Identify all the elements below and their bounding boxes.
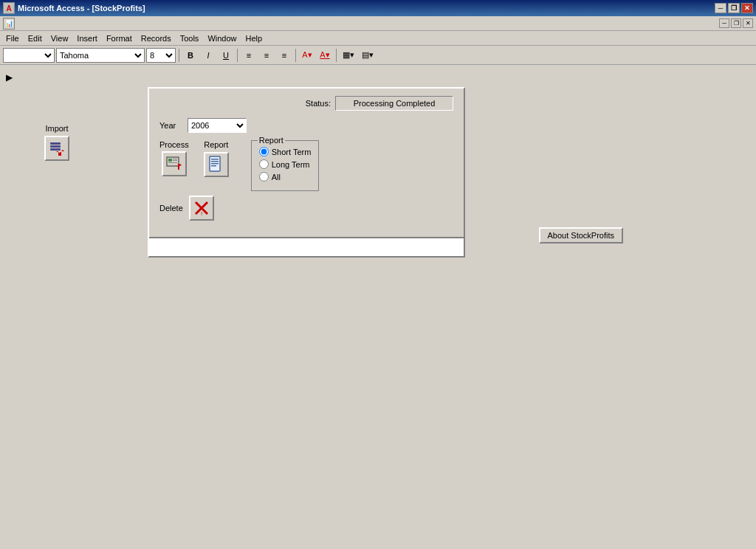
about-button[interactable]: About StockProfits <box>539 227 624 244</box>
menu-file[interactable]: File <box>1 32 24 44</box>
report-icon <box>207 156 225 173</box>
outer-minimize-button[interactable]: ─ <box>715 3 726 13</box>
report-btn-label: Report <box>204 140 228 149</box>
font-color-button[interactable]: A▾ <box>317 48 333 63</box>
inner-minimize-button[interactable]: ─ <box>719 18 729 28</box>
menu-tools[interactable]: Tools <box>176 32 204 44</box>
toolbar-sep-2 <box>237 49 238 62</box>
outer-close-button[interactable]: ✕ <box>741 3 753 13</box>
report-group-container: Report <box>204 140 229 177</box>
menu-format[interactable]: Format <box>102 32 137 44</box>
report-options-group: Report Short Term Long Term All <box>251 140 320 191</box>
app-icon: A <box>3 2 15 14</box>
action-buttons-row: Process R <box>159 140 453 191</box>
svg-rect-2 <box>50 148 61 151</box>
process-group: Process <box>159 140 189 176</box>
all-option: All <box>259 172 312 182</box>
delete-label: Delete <box>159 204 183 213</box>
special-button[interactable]: ▤▾ <box>359 48 377 63</box>
report-button[interactable] <box>204 152 229 177</box>
all-radio[interactable] <box>259 172 269 182</box>
svg-rect-0 <box>50 142 61 145</box>
short-term-option: Short Term <box>259 147 312 156</box>
inner-close-button[interactable]: ✕ <box>743 18 753 28</box>
toolbar: Tahoma 8 B I U ≡ ≡ ≡ A▾ A▾ ▦▾ ▤▾ <box>0 46 756 65</box>
year-row: Year 2006 2003 2004 2005 2007 <box>159 118 453 133</box>
toolbar-sep-1 <box>179 49 179 62</box>
font-name-select[interactable]: Tahoma <box>56 48 145 63</box>
import-section: Import <box>44 124 69 161</box>
status-row: Status: <box>159 96 453 111</box>
svg-rect-13 <box>211 161 219 162</box>
delete-icon: ! <box>193 199 210 217</box>
svg-rect-6 <box>173 159 177 159</box>
underline-button[interactable]: U <box>218 48 234 63</box>
menu-window[interactable]: Window <box>203 32 241 44</box>
menu-bar: File Edit View Insert Format Records Too… <box>0 31 756 46</box>
import-icon <box>48 139 66 157</box>
style-select[interactable] <box>3 48 55 63</box>
import-label: Import <box>45 124 68 133</box>
year-label: Year <box>159 121 182 130</box>
svg-marker-3 <box>55 150 64 156</box>
inner-restore-button[interactable]: ❐ <box>731 18 741 28</box>
toolbar-sep-3 <box>295 49 296 62</box>
highlight-button[interactable]: A▾ <box>299 48 315 63</box>
delete-button[interactable]: ! <box>189 196 214 221</box>
long-term-label: Long Term <box>272 160 310 169</box>
form-bottom-bar <box>149 237 464 256</box>
svg-rect-12 <box>211 159 219 160</box>
process-button[interactable] <box>162 151 187 176</box>
inner-app-icon: 📊 <box>3 18 15 30</box>
menu-insert[interactable]: Insert <box>72 32 102 44</box>
svg-rect-14 <box>211 163 219 165</box>
svg-rect-8 <box>168 162 177 163</box>
long-term-option: Long Term <box>259 159 312 169</box>
import-button[interactable] <box>44 136 69 161</box>
svg-rect-5 <box>168 159 172 162</box>
record-arrow: ▶ <box>6 72 13 83</box>
align-left-button[interactable]: ≡ <box>241 48 257 63</box>
font-size-select[interactable]: 8 <box>146 48 176 63</box>
title-bar-controls[interactable]: ─ ❐ ✕ <box>715 3 753 13</box>
svg-text:!: ! <box>201 210 202 217</box>
align-center-button[interactable]: ≡ <box>258 48 275 63</box>
process-label: Process <box>159 140 189 149</box>
outer-restore-button[interactable]: ❐ <box>728 3 740 13</box>
menu-help[interactable]: Help <box>241 32 267 44</box>
border-button[interactable]: ▦▾ <box>340 48 357 63</box>
title-bar: A Microsoft Access - [StockProfits] ─ ❐ … <box>0 0 756 16</box>
bold-button[interactable]: B <box>182 48 199 63</box>
short-term-label: Short Term <box>272 148 312 156</box>
main-area: ▶ Import Status: Year 2006 <box>0 65 756 549</box>
menu-edit[interactable]: Edit <box>24 32 47 44</box>
toolbar-sep-4 <box>336 49 337 62</box>
align-right-button[interactable]: ≡ <box>276 48 292 63</box>
svg-rect-1 <box>50 145 61 148</box>
window-title: Microsoft Access - [StockProfits] <box>18 4 145 13</box>
main-form-panel: Status: Year 2006 2003 2004 2005 2007 Pr… <box>148 87 465 258</box>
italic-button[interactable]: I <box>200 48 216 63</box>
process-icon <box>165 155 183 173</box>
long-term-radio[interactable] <box>259 159 269 169</box>
year-select[interactable]: 2006 2003 2004 2005 2007 <box>188 118 247 133</box>
delete-group: Delete ! <box>159 196 453 221</box>
svg-rect-15 <box>211 165 216 167</box>
report-group-legend: Report <box>258 136 285 145</box>
status-label: Status: <box>306 99 331 108</box>
short-term-radio[interactable] <box>259 147 269 156</box>
svg-rect-7 <box>173 160 177 161</box>
status-input <box>335 96 453 111</box>
all-label: All <box>272 173 281 182</box>
menu-view[interactable]: View <box>47 32 73 44</box>
inner-title-controls[interactable]: ─ ❐ ✕ <box>719 18 753 28</box>
menu-records[interactable]: Records <box>137 32 176 44</box>
delete-row: Delete ! <box>159 196 453 221</box>
